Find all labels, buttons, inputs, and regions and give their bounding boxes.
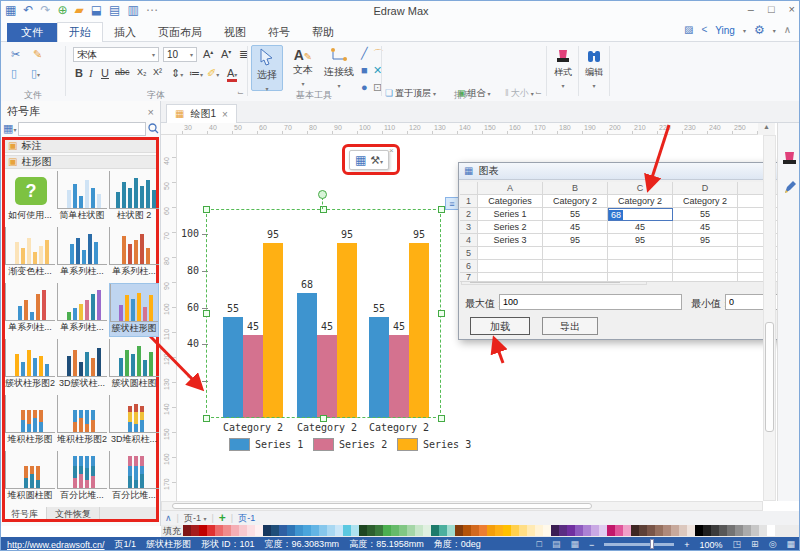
color-swatch[interactable] [663,525,671,536]
grid-cell[interactable] [608,273,673,282]
symbol-search-input[interactable] [18,122,146,136]
underline-button[interactable]: U [101,67,109,79]
color-swatch[interactable] [487,525,495,536]
rect-shape-icon[interactable]: ■ [361,64,368,76]
horizontal-scrollbar[interactable] [161,501,763,511]
document-tab[interactable]: ▦ 绘图1 × [166,104,237,123]
paste-icon[interactable]: ▯ [11,67,17,80]
color-swatch[interactable] [383,525,391,536]
fit-page-icon[interactable]: ◳ [733,540,742,549]
arc-shape-icon[interactable]: ⌒ [373,47,384,62]
quick-action-icon[interactable]: ≡ [445,197,459,210]
color-swatch[interactable] [655,525,663,536]
select-tool-button[interactable]: 选择▾ [251,45,283,91]
pan-icon[interactable]: ▦ [786,540,795,549]
grid-cell[interactable]: 55 [543,208,608,221]
feedback-icon[interactable]: ▨ [684,25,693,35]
tab-page-layout[interactable]: 页面布局 [147,23,213,42]
rotation-handle[interactable] [318,190,327,199]
account-name[interactable]: Ying [715,25,735,36]
grid-cell[interactable]: Series 1 [478,208,543,221]
grid-cell[interactable]: Category 2 [543,195,608,208]
color-swatch[interactable] [575,525,583,536]
grid-cell[interactable]: 68 [608,208,673,221]
add-page-button[interactable]: + [219,511,226,525]
color-swatch[interactable] [583,525,591,536]
color-swatch[interactable] [647,525,655,536]
column-header-D[interactable]: D [673,182,738,195]
grid-cell[interactable] [673,273,738,282]
grid-cell[interactable]: 95 [543,234,608,247]
color-swatch[interactable] [727,525,735,536]
sidebar-tab-file-recovery[interactable]: 文件恢复 [47,507,100,522]
font-name-select[interactable]: 宋体▾ [73,47,159,62]
zoom-out-icon[interactable]: − [589,540,594,550]
resize-handle[interactable] [203,310,210,317]
color-swatch[interactable] [431,525,439,536]
tab-home[interactable]: 开始 [57,22,103,43]
chart-bar-series2-g1[interactable] [243,335,263,418]
color-swatch[interactable] [631,525,639,536]
bold-button[interactable]: B [75,67,83,79]
resize-handle[interactable] [438,415,445,422]
color-swatch[interactable] [407,525,415,536]
export-button[interactable]: 导出 [542,317,598,335]
symbol-library-close-icon[interactable]: × [148,106,154,118]
page-dropdown[interactable]: 页-1 ▾ [184,512,207,525]
color-swatch[interactable] [335,525,343,536]
ruler-corner-button[interactable]: ▲ [758,123,775,135]
color-swatch[interactable] [359,525,367,536]
section-callouts[interactable]: ▣ 标注 [3,139,159,153]
symbol-item[interactable]: 堆积柱形图2 [57,395,107,449]
color-swatch[interactable] [527,525,535,536]
color-swatch[interactable] [255,525,263,536]
color-swatch[interactable] [303,525,311,536]
document-tab-close-icon[interactable]: × [222,109,228,120]
color-swatch[interactable] [231,525,239,536]
color-swatch[interactable] [511,525,519,536]
pencil-icon[interactable] [783,181,797,196]
color-swatch[interactable] [463,525,471,536]
section-column-charts[interactable]: ▣ 柱形图 [3,155,159,169]
symbol-item[interactable]: 渐变色柱... [5,227,55,281]
symbol-item[interactable]: 3D堆积柱... [109,395,159,449]
mini-toolbar-close-icon[interactable]: × [389,146,394,155]
color-swatch[interactable] [319,525,327,536]
color-swatch[interactable] [623,525,631,536]
row-header-7[interactable]: 7 [460,273,478,282]
line-spacing-icon[interactable]: ⇕▾ [171,67,183,80]
resize-handle[interactable] [438,310,445,317]
page-tab[interactable]: 页-1 [238,512,255,525]
highlight-icon[interactable]: ✐▾ [207,67,219,80]
color-swatch[interactable] [559,525,567,536]
maximize-button[interactable]: □ [768,3,775,15]
vertical-scrollbar[interactable] [763,135,776,501]
symbol-item[interactable]: 3D簇状柱... [57,339,107,393]
editing-cell-selection[interactable]: 68 [609,210,623,220]
minimize-button[interactable]: – [748,3,754,15]
text-tool-button[interactable]: A✎ 文本▾ [287,45,319,91]
color-swatch[interactable] [743,525,751,536]
font-color-icon[interactable]: A▾ [227,67,237,82]
presentation-view-icon[interactable]: ▦ [570,540,579,549]
color-swatch[interactable] [207,525,215,536]
bullets-icon[interactable]: ≔▾ [189,67,203,80]
page-view-icon[interactable]: ▤ [552,540,561,549]
symbol-item[interactable]: 柱状图 2 [109,171,159,225]
column-header-C[interactable]: C [608,182,673,195]
shrink-font-icon[interactable]: A▾ [221,48,231,60]
color-swatch[interactable] [263,525,271,536]
symbol-item[interactable]: 单系列柱... [57,283,107,337]
edit-button[interactable]: 编辑▾ [581,45,607,91]
max-value-input[interactable] [499,294,682,310]
zoom-percent[interactable]: 100% [700,540,723,550]
collapse-pages-icon[interactable]: ∧ [165,513,172,523]
grid-cell[interactable]: Series 2 [478,221,543,234]
color-swatch[interactable] [471,525,479,536]
color-swatch[interactable] [271,525,279,536]
italic-button[interactable]: I [89,67,93,79]
chart-bar-series1-g3[interactable] [369,317,389,418]
collapse-ribbon-icon[interactable]: ∧ [784,25,791,35]
color-swatch[interactable] [679,525,687,536]
row-header-6[interactable]: 6 [460,260,478,273]
